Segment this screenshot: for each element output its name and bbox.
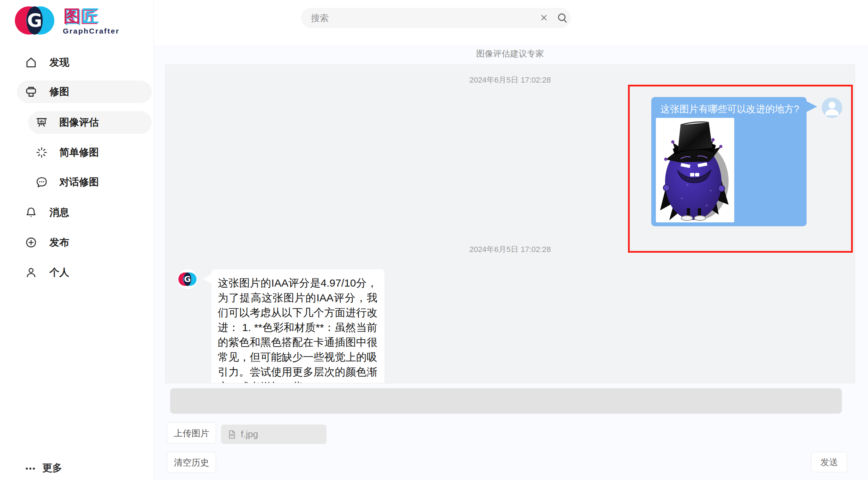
sidebar-divider (154, 0, 154, 480)
sidebar-item-edit[interactable]: 修图 (24, 84, 69, 100)
send-button[interactable]: 发送 (811, 452, 847, 472)
sidebar-item-chat-edit[interactable]: 对话修图 (35, 174, 99, 190)
attached-file-name: f.jpg (241, 429, 258, 440)
person-icon (24, 265, 38, 280)
sidebar-item-label: 发现 (49, 56, 69, 69)
sidebar-item-messages[interactable]: 消息 (24, 205, 69, 220)
sidebar-item-discover[interactable]: 发现 (24, 55, 69, 70)
file-document-icon (227, 429, 237, 440)
sidebar-item-label: 更多 (42, 461, 62, 475)
search-input[interactable] (310, 8, 531, 29)
clear-search-icon[interactable] (539, 13, 549, 23)
upload-image-button[interactable]: 上传图片 (167, 422, 216, 444)
brand-logo-avatar-icon: G (178, 269, 197, 289)
brand-name-cn: 图匠 (64, 5, 100, 28)
brand-logo-icon: G (13, 6, 56, 35)
search-icon[interactable] (556, 12, 569, 24)
sidebar-item-label: 消息 (49, 206, 69, 219)
chat-title: 图像评估建议专家 (165, 48, 855, 59)
sidebar-item-publish[interactable]: 发布 (24, 235, 69, 250)
printer-icon (24, 85, 38, 99)
bot-bubble-tail (203, 274, 212, 284)
logo-letter: G (27, 10, 42, 31)
highlight-annotation-box (628, 85, 853, 253)
logo-letter: G (184, 274, 191, 284)
message-timestamp: 2024年6月5日 17:02:28 (166, 244, 855, 255)
app-window: G 图匠 GraphCrafter 发现 修图 (0, 0, 868, 480)
sidebar-item-label: 修图 (49, 85, 69, 98)
plus-circle-icon (24, 235, 38, 250)
sidebar-item-profile[interactable]: 个人 (24, 265, 69, 280)
search-bar (301, 8, 571, 28)
attached-file-chip[interactable]: f.jpg (221, 425, 327, 444)
sidebar-item-label: 图像评估 (59, 116, 99, 129)
chat-panel: 2024年6月5日 17:02:28 这张图片有哪些可以改进的地方? (165, 65, 855, 383)
brand-name-en: GraphCrafter (63, 27, 120, 35)
ellipsis-icon (23, 461, 37, 475)
brand-logo[interactable]: G (13, 6, 56, 35)
sidebar-item-label: 个人 (49, 266, 69, 279)
bell-icon (24, 205, 38, 220)
sidebar-item-image-evaluation[interactable]: 图像评估 (35, 115, 99, 130)
sparkle-burst-icon (35, 145, 49, 160)
message-input[interactable] (170, 388, 842, 414)
message-timestamp: 2024年6月5日 17:02:28 (166, 75, 855, 85)
sidebar-item-more[interactable]: 更多 (23, 461, 62, 475)
clear-history-button[interactable]: 清空历史 (167, 452, 216, 473)
sidebar-item-simple-edit[interactable]: 简单修图 (35, 145, 99, 160)
sidebar-item-label: 对话修图 (59, 175, 99, 189)
bot-message-text: 这张图片的IAA评分是4.97/10分，为了提高这张图片的IAA评分，我们可以考… (218, 276, 377, 383)
sidebar-item-label: 简单修图 (59, 146, 99, 159)
sidebar-item-label: 发布 (49, 236, 69, 249)
presentation-chart-icon (35, 115, 49, 130)
bot-message-bubble: 这张图片的IAA评分是4.97/10分，为了提高这张图片的IAA评分，我们可以考… (211, 269, 384, 383)
chat-bubble-icon (35, 175, 49, 189)
bot-avatar: G (178, 269, 197, 289)
home-icon (24, 55, 38, 70)
